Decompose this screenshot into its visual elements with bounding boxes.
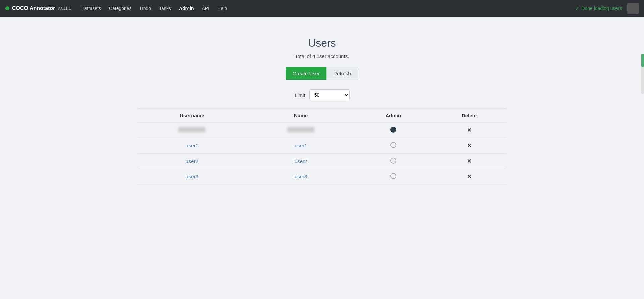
table-header-row: Username Name Admin Delete <box>138 109 506 123</box>
cell-name-1: user1 <box>246 138 355 154</box>
users-table: Username Name Admin Delete ✕ <box>138 108 506 184</box>
table-row: user2 user2 ✕ <box>138 154 506 169</box>
admin-radio-empty-icon[interactable] <box>390 142 396 148</box>
table-row: user3 user3 ✕ <box>138 169 506 184</box>
main-content: Users Total of 4 user accounts. Create U… <box>0 17 644 184</box>
subtitle-suffix: user accounts. <box>315 53 350 59</box>
cell-admin-2[interactable] <box>355 154 432 169</box>
cell-delete-3[interactable]: ✕ <box>432 169 506 184</box>
nav-categories[interactable]: Categories <box>106 4 135 13</box>
delete-button-2[interactable]: ✕ <box>467 158 471 164</box>
avatar[interactable] <box>627 3 639 14</box>
user-count: 4 <box>312 53 315 59</box>
navbar: COCO Annotator v0.11.1 Datasets Categori… <box>0 0 644 17</box>
cell-admin-3[interactable] <box>355 169 432 184</box>
nav-undo[interactable]: Undo <box>137 4 154 13</box>
nav-links: Datasets Categories Undo Tasks Admin API… <box>79 5 230 11</box>
nav-right: ✓ Done loading users <box>575 3 639 14</box>
cell-admin-0[interactable] <box>355 123 432 138</box>
brand-name: COCO Annotator <box>12 5 55 11</box>
col-username: Username <box>138 109 246 123</box>
cell-name-3: user3 <box>246 169 355 184</box>
admin-radio-empty-icon[interactable] <box>390 173 396 179</box>
delete-button-0[interactable]: ✕ <box>467 127 471 133</box>
admin-radio-filled-icon[interactable] <box>390 127 396 133</box>
brand-version: v0.11.1 <box>58 6 71 11</box>
delete-button-1[interactable]: ✕ <box>467 143 471 148</box>
nav-admin[interactable]: Admin <box>176 4 197 13</box>
create-user-button[interactable]: Create User <box>286 67 326 80</box>
limit-label: Limit <box>294 92 305 98</box>
cell-delete-1[interactable]: ✕ <box>432 138 506 154</box>
nav-tasks[interactable]: Tasks <box>156 4 174 13</box>
cell-name-2: user2 <box>246 154 355 169</box>
cell-username-0 <box>138 123 246 138</box>
refresh-button[interactable]: Refresh <box>326 67 358 80</box>
nav-api[interactable]: API <box>198 4 213 13</box>
col-delete: Delete <box>432 109 506 123</box>
scrollbar[interactable] <box>641 54 644 94</box>
nav-help[interactable]: Help <box>214 4 230 13</box>
limit-row: Limit 50 100 200 <box>294 89 350 100</box>
cell-delete-2[interactable]: ✕ <box>432 154 506 169</box>
blurred-name <box>287 127 314 132</box>
brand-dot <box>5 6 9 10</box>
limit-select[interactable]: 50 100 200 <box>309 89 350 100</box>
cell-name-0 <box>246 123 355 138</box>
cell-username-1: user1 <box>138 138 246 154</box>
cell-delete-0[interactable]: ✕ <box>432 123 506 138</box>
status-text: Done loading users <box>581 6 622 11</box>
page-title: Users <box>308 37 336 49</box>
status-check-icon: ✓ <box>575 5 579 12</box>
delete-button-3[interactable]: ✕ <box>467 174 471 179</box>
cell-username-2: user2 <box>138 154 246 169</box>
blurred-username <box>178 127 205 132</box>
cell-admin-1[interactable] <box>355 138 432 154</box>
table-row: ✕ <box>138 123 506 138</box>
status-message: ✓ Done loading users <box>575 5 622 12</box>
admin-radio-empty-icon[interactable] <box>390 158 396 164</box>
col-admin: Admin <box>355 109 432 123</box>
col-name: Name <box>246 109 355 123</box>
nav-datasets[interactable]: Datasets <box>79 4 104 13</box>
table-row: user1 user1 ✕ <box>138 138 506 154</box>
app-brand: COCO Annotator v0.11.1 <box>5 5 71 11</box>
page-subtitle: Total of 4 user accounts. <box>295 53 350 59</box>
action-buttons: Create User Refresh <box>286 67 358 80</box>
subtitle-prefix: Total of <box>295 53 313 59</box>
cell-username-3: user3 <box>138 169 246 184</box>
scrollbar-thumb <box>641 54 644 67</box>
